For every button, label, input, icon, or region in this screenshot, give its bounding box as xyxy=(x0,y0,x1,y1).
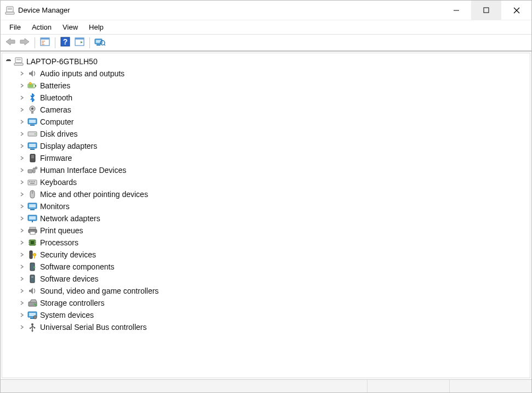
svg-rect-26 xyxy=(16,59,21,60)
toolbar-back-button[interactable] xyxy=(4,36,17,49)
tree-category-node[interactable]: Storage controllers xyxy=(3,297,529,309)
expand-arrow-icon[interactable] xyxy=(19,143,25,149)
tree-category-label: Firmware xyxy=(40,154,72,162)
expand-arrow-icon[interactable] xyxy=(19,239,25,246)
svg-rect-10 xyxy=(41,38,49,40)
svg-marker-8 xyxy=(20,38,29,45)
svg-rect-49 xyxy=(33,168,35,173)
tree-category-node[interactable]: Software components xyxy=(3,261,529,273)
expand-arrow-icon[interactable] xyxy=(19,276,25,282)
svg-rect-47 xyxy=(31,158,34,158)
tree-category-label: Network adapters xyxy=(40,214,100,223)
tree-category-node[interactable]: Bluetooth xyxy=(3,92,529,104)
toolbar-help-button[interactable]: ? xyxy=(59,36,72,49)
expand-arrow-icon[interactable] xyxy=(19,106,25,113)
svg-rect-21 xyxy=(97,44,100,46)
tree-category-node[interactable]: Human Interface Devices xyxy=(3,164,529,176)
tree-panel-icon xyxy=(40,37,50,48)
tree-category-label: Computer xyxy=(40,117,73,126)
expand-arrow-icon[interactable] xyxy=(19,300,25,306)
tree-category-node[interactable]: Audio inputs and outputs xyxy=(3,68,529,80)
tree-category-node[interactable]: Network adapters xyxy=(3,212,529,224)
toolbar-forward-button[interactable] xyxy=(18,36,31,49)
toolbar-properties-button[interactable] xyxy=(73,36,86,49)
tree-category-node[interactable]: Monitors xyxy=(3,200,529,212)
expand-arrow-icon[interactable] xyxy=(19,263,25,270)
tree-category-label: Storage controllers xyxy=(40,299,105,307)
tree-category-node[interactable]: Display adapters xyxy=(3,140,529,152)
svg-rect-61 xyxy=(30,209,35,210)
svg-rect-51 xyxy=(28,180,37,185)
svg-rect-17 xyxy=(75,38,84,40)
toolbar-show-hide-tree-button[interactable] xyxy=(38,36,52,49)
system-icon xyxy=(27,310,37,320)
tree-category-node[interactable]: Processors xyxy=(3,237,529,249)
expand-arrow-icon[interactable] xyxy=(19,131,25,137)
expand-arrow-icon[interactable] xyxy=(19,191,25,198)
tree-category-node[interactable]: Firmware xyxy=(3,152,529,164)
camera-icon xyxy=(27,105,37,115)
tree-category-node[interactable]: Batteries xyxy=(3,80,529,92)
tree-category-node[interactable]: Keyboards xyxy=(3,176,529,188)
svg-rect-83 xyxy=(31,277,33,278)
tree-category-label: Mice and other pointing devices xyxy=(40,190,148,199)
computer-icon xyxy=(14,57,24,66)
expand-arrow-icon[interactable] xyxy=(19,312,25,318)
expand-arrow-icon[interactable] xyxy=(19,94,25,101)
expand-arrow-icon[interactable] xyxy=(19,70,25,77)
maximize-button[interactable] xyxy=(471,1,501,20)
svg-rect-65 xyxy=(30,227,36,229)
tree-root-node[interactable]: LAPTOP-6GTBLH50 xyxy=(3,55,529,68)
svg-rect-56 xyxy=(30,183,35,184)
expand-arrow-icon[interactable] xyxy=(19,251,25,258)
tree-category-node[interactable]: Mice and other pointing devices xyxy=(3,188,529,200)
keyboard-icon xyxy=(27,177,37,187)
svg-marker-84 xyxy=(29,288,33,294)
tree-category-node[interactable]: Disk drives xyxy=(3,128,529,140)
tree-category-node[interactable]: Computer xyxy=(3,116,529,128)
expand-arrow-icon[interactable] xyxy=(19,324,25,330)
svg-line-23 xyxy=(104,44,105,46)
tree-category-label: Bluetooth xyxy=(40,93,72,102)
security-icon xyxy=(27,250,37,260)
tree-category-node[interactable]: Print queues xyxy=(3,224,529,237)
tree-category-label: System devices xyxy=(40,311,94,319)
svg-rect-82 xyxy=(31,276,33,277)
expand-arrow-icon[interactable] xyxy=(19,167,25,173)
toolbar-separator xyxy=(89,37,90,48)
expand-arrow-icon[interactable] xyxy=(19,215,25,222)
expand-arrow-icon[interactable] xyxy=(19,119,25,125)
disk-icon xyxy=(27,129,37,139)
toolbar-scan-button[interactable] xyxy=(93,36,106,49)
expand-arrow-icon[interactable] xyxy=(19,155,25,161)
svg-rect-52 xyxy=(29,181,30,182)
close-button[interactable] xyxy=(501,1,531,20)
minimize-button[interactable] xyxy=(441,1,471,20)
expand-arrow-icon[interactable] xyxy=(19,179,25,186)
software-comp-icon xyxy=(27,262,37,272)
printer-icon xyxy=(27,226,37,235)
tree-category-node[interactable]: System devices xyxy=(3,309,529,321)
svg-rect-95 xyxy=(34,327,35,328)
svg-rect-63 xyxy=(29,216,36,220)
device-tree[interactable]: LAPTOP-6GTBLH50 Audio inputs and outputs… xyxy=(2,53,530,378)
tree-category-node[interactable]: Cameras xyxy=(3,104,529,116)
menu-file[interactable]: File xyxy=(4,21,26,33)
usb-icon xyxy=(27,322,37,332)
audio-icon xyxy=(27,69,37,78)
menu-view[interactable]: View xyxy=(57,21,83,33)
tree-category-node[interactable]: Universal Serial Bus controllers xyxy=(3,321,529,333)
menu-help[interactable]: Help xyxy=(83,21,109,33)
svg-text:?: ? xyxy=(63,37,68,46)
tree-category-node[interactable]: Security devices xyxy=(3,249,529,261)
expand-arrow-icon[interactable] xyxy=(19,82,25,89)
svg-point-32 xyxy=(29,82,31,85)
expand-arrow-icon[interactable] xyxy=(19,227,25,234)
tree-category-node[interactable]: Software devices xyxy=(3,273,529,285)
expand-arrow-icon[interactable] xyxy=(19,288,25,294)
tree-category-node[interactable]: Sound, video and game controllers xyxy=(3,285,529,297)
scan-hardware-icon xyxy=(94,37,105,48)
expand-arrow-icon[interactable] xyxy=(19,203,25,210)
collapse-arrow-icon[interactable] xyxy=(5,58,12,65)
menu-action[interactable]: Action xyxy=(26,21,57,33)
